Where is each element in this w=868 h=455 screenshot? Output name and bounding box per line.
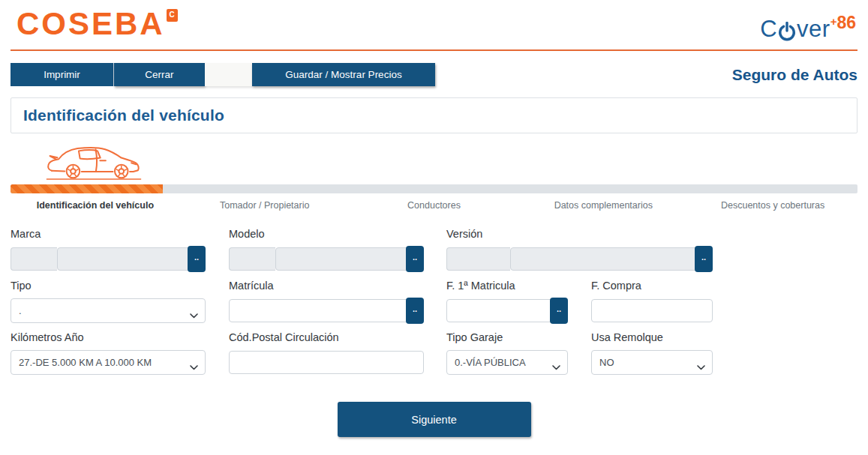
field-tipo: Tipo . xyxy=(11,280,206,325)
cerrar-button[interactable]: Cerrar xyxy=(114,63,205,86)
cod-postal-input[interactable] xyxy=(229,351,424,374)
field-kilometros-ano: Kilómetros Año 27.-DE 5.000 KM A 10.000 … xyxy=(11,331,206,376)
version-label: Versión xyxy=(446,228,713,240)
field-f-primera-matricula: F. 1ª Matricula .. xyxy=(446,280,568,325)
matricula-browse-button[interactable]: .. xyxy=(406,298,424,324)
coseba-badge-icon: C xyxy=(167,9,178,22)
cover-logo-prefix: C xyxy=(760,18,777,40)
car-icon xyxy=(41,142,857,182)
tipo-garaje-select[interactable]: 0.-VÍA PÚBLICA xyxy=(446,350,568,375)
kilometros-ano-select[interactable]: 27.-DE 5.000 KM A 10.000 KM xyxy=(11,350,206,375)
cod-postal-label: Cód.Postal Circulación xyxy=(229,331,424,343)
siguiente-button[interactable]: Siguiente xyxy=(338,402,531,437)
field-tipo-garaje: Tipo Garaje 0.-VÍA PÚBLICA xyxy=(446,331,568,376)
power-icon xyxy=(778,22,796,49)
field-cod-postal: Cód.Postal Circulación xyxy=(229,331,424,376)
tipo-label: Tipo xyxy=(11,280,206,292)
wizard-tabs: Identificación del vehículo Tomador / Pr… xyxy=(11,200,857,211)
marca-label: Marca xyxy=(11,228,206,240)
version-code-input xyxy=(446,247,510,271)
cover-logo-sup: +86 xyxy=(830,10,856,34)
progress-bar xyxy=(11,184,857,193)
f-primera-matricula-label: F. 1ª Matricula xyxy=(446,280,568,292)
page-title: Identificación del vehículo xyxy=(23,106,224,124)
modelo-name-input xyxy=(275,247,407,271)
f-primera-matricula-browse-button[interactable]: .. xyxy=(550,298,568,324)
header: COSEBA C C ver +86 xyxy=(11,0,857,49)
usa-remolque-select[interactable]: NO xyxy=(591,350,713,375)
matricula-input[interactable] xyxy=(229,299,407,322)
f-compra-input[interactable] xyxy=(591,299,713,322)
field-version: Versión .. xyxy=(446,228,713,273)
version-name-input xyxy=(510,247,696,271)
coseba-logo-text: COSEBA xyxy=(17,7,165,40)
tab-descuentos-coberturas[interactable]: Descuentos y coberturas xyxy=(688,200,857,211)
cover-logo-rest: ver xyxy=(797,18,830,40)
cover-logo-num: 86 xyxy=(836,13,856,32)
form-row-1: Marca .. Modelo .. Versión xyxy=(11,228,857,273)
modelo-code-input xyxy=(229,247,275,271)
f-compra-label: F. Compra xyxy=(591,280,713,292)
toolbar: Imprimir Cerrar Guardar / Mostrar Precio… xyxy=(11,63,857,86)
form-footer: Siguiente xyxy=(11,402,857,437)
field-f-compra: F. Compra xyxy=(591,280,713,325)
imprimir-button[interactable]: Imprimir xyxy=(11,63,114,86)
section-header: Identificación del vehículo xyxy=(11,97,857,133)
tab-datos-complementarios[interactable]: Datos complementarios xyxy=(518,200,688,211)
field-marca: Marca .. xyxy=(11,228,206,273)
tab-identificacion-vehiculo[interactable]: Identificación del vehículo xyxy=(11,200,180,211)
version-browse-button[interactable]: .. xyxy=(695,246,713,272)
matricula-label: Matrícula xyxy=(229,280,424,292)
field-matricula: Matrícula .. xyxy=(229,280,424,325)
marca-browse-button[interactable]: .. xyxy=(188,246,206,272)
tipo-select[interactable]: . xyxy=(11,298,206,323)
tipo-garaje-label: Tipo Garaje xyxy=(446,331,568,343)
marca-code-input xyxy=(11,247,57,271)
f-primera-matricula-input[interactable] xyxy=(446,299,551,322)
modelo-label: Modelo xyxy=(229,228,424,240)
field-usa-remolque: Usa Remolque NO xyxy=(591,331,713,376)
tab-tomador-propietario[interactable]: Tomador / Propietario xyxy=(180,200,350,211)
marca-name-input xyxy=(57,247,189,271)
usa-remolque-label: Usa Remolque xyxy=(591,331,713,343)
vehicle-form: Marca .. Modelo .. Versión xyxy=(11,228,857,437)
tab-conductores[interactable]: Conductores xyxy=(350,200,519,211)
auto-insurance-form-page: COSEBA C C ver +86 xyxy=(0,0,868,49)
progress-fill xyxy=(11,184,163,193)
kilometros-ano-label: Kilómetros Año xyxy=(11,331,206,343)
form-row-2: Tipo . Matrícula .. xyxy=(11,280,857,325)
guardar-mostrar-precios-button[interactable]: Guardar / Mostrar Precios xyxy=(252,63,435,86)
toolbar-spacer xyxy=(205,63,252,86)
cover86-logo: C ver +86 xyxy=(760,18,856,49)
header-divider xyxy=(11,49,857,51)
coseba-logo: COSEBA C xyxy=(17,7,178,40)
product-title: Seguro de Autos xyxy=(732,66,857,84)
modelo-browse-button[interactable]: .. xyxy=(406,246,424,272)
form-row-3: Kilómetros Año 27.-DE 5.000 KM A 10.000 … xyxy=(11,331,857,376)
field-modelo: Modelo .. xyxy=(229,228,424,273)
